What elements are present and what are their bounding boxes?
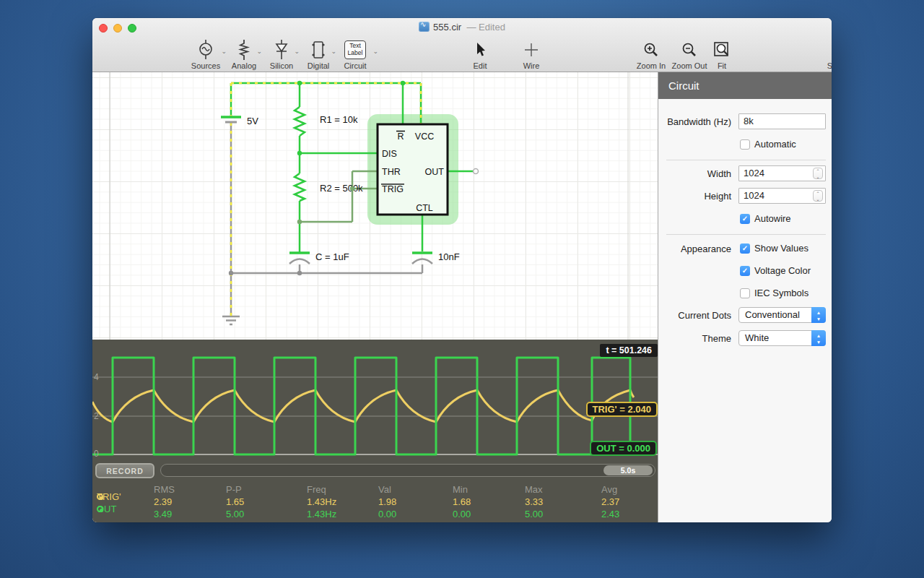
battery-label: 5V <box>247 116 258 126</box>
pin-thr-label: THR <box>382 167 401 177</box>
content-area: 5V R1 = 10k R2 = 500k <box>92 72 832 522</box>
battery-5v[interactable]: 5V <box>221 116 258 126</box>
chevron-down-icon: ⌄ <box>331 48 336 55</box>
capacitor-10nf[interactable]: 10nF <box>412 251 460 264</box>
y-tick-2: 2 <box>94 411 99 421</box>
toolbar-edit-button[interactable]: Edit <box>466 39 494 70</box>
c2-label: 10nF <box>438 251 460 262</box>
resistor-r1[interactable]: R1 = 10k <box>295 107 358 136</box>
theme-select[interactable]: White ▲▼ <box>738 330 826 346</box>
iec-symbols-checkbox-row[interactable]: IEC Symbols <box>740 288 808 298</box>
autowire-label: Autowire <box>754 213 791 224</box>
iec-symbols-label: IEC Symbols <box>754 288 808 298</box>
bandwidth-label: Bandwidth (Hz) <box>667 116 731 127</box>
pin-dis-label: DIS <box>382 149 397 159</box>
window-title: 555.cir — Edited <box>92 22 832 33</box>
edited-badge: Edited <box>479 22 505 33</box>
current-dots-label: Current Dots <box>678 310 731 321</box>
desktop: 555.cir — Edited ⌄ Sources <box>0 0 924 578</box>
ac-source-icon <box>189 39 222 61</box>
out-value-label: OUT = 0.000 <box>590 441 657 456</box>
voltage-color-checkbox-row[interactable]: ✓ Voltage Color <box>740 265 811 276</box>
select-arrows-icon: ▲▼ <box>811 330 826 346</box>
scope-plot[interactable]: 4 2 0 t = 501.246 TRIG' = 2.040 OUT = 0.… <box>92 340 658 462</box>
toolbar-circuit-button[interactable]: TextLabel ⌄ Circuit <box>338 39 372 70</box>
pin-reset-label: R <box>397 131 404 142</box>
divider <box>666 160 826 160</box>
automatic-label: Automatic <box>754 139 796 150</box>
trig-waveform <box>92 390 634 422</box>
width-stepper[interactable]: ⌃⌄ <box>813 168 823 179</box>
toolbar-analog-button[interactable]: ⌄ Analog <box>229 39 259 70</box>
trig-net-wires[interactable] <box>300 171 378 222</box>
app-window: 555.cir — Edited ⌄ Sources <box>92 18 832 522</box>
pause-icon <box>822 39 832 61</box>
out-waveform <box>92 358 634 454</box>
time-cursor-label: t = 501.246 <box>600 344 658 357</box>
show-values-checkbox[interactable]: ✓ <box>740 243 750 254</box>
current-dots-select[interactable]: Conventional ▲▼ <box>738 307 826 323</box>
voltage-color-label: Voltage Color <box>754 265 811 276</box>
resistor-icon <box>229 39 259 61</box>
time-window-pill[interactable]: 5.0s <box>603 465 653 475</box>
automatic-checkbox-row[interactable]: Automatic <box>740 139 796 150</box>
height-label: Height <box>704 191 731 202</box>
autowire-checkbox[interactable]: ✓ <box>740 214 750 224</box>
pin-ctl-label: CTL <box>416 203 433 213</box>
show-values-label: Show Values <box>754 243 808 254</box>
cursor-arrow-icon <box>466 39 494 61</box>
select-arrows-icon: ▲▼ <box>811 307 826 323</box>
scope-row-out: OUT 3.49 5.00 1.43Hz 0.00 0.00 5.00 2.43 <box>92 509 658 521</box>
chip-555[interactable]: R VCC DIS THR TRIG OUT CTL <box>378 124 448 215</box>
toolbar-simulator-button[interactable]: Simulator <box>822 39 832 70</box>
voltage-color-checkbox[interactable]: ✓ <box>740 266 750 276</box>
toolbar-zoom-out-button[interactable]: Zoom Out <box>669 39 710 70</box>
chevron-down-icon: ⌄ <box>256 48 262 55</box>
document-title: 555.cir <box>433 22 461 33</box>
height-input[interactable]: 1024 ⌃⌄ <box>738 188 826 204</box>
toolbar-sources-button[interactable]: ⌄ Sources <box>189 39 222 70</box>
toolbar-wire-button[interactable]: Wire <box>517 39 546 70</box>
capacitor-c[interactable]: C = 1uF <box>289 251 349 264</box>
titlebar[interactable]: 555.cir — Edited <box>92 18 832 38</box>
properties-sidebar: Circuit Bandwidth (Hz) 8k Automatic Widt… <box>658 72 832 522</box>
ground-symbol <box>222 316 240 324</box>
fit-icon <box>711 39 733 61</box>
circuit-canvas[interactable]: 5V R1 = 10k R2 = 500k <box>92 72 658 340</box>
diode-icon <box>266 39 297 61</box>
automatic-checkbox[interactable] <box>740 139 750 150</box>
scope-panel: 4 2 0 t = 501.246 TRIG' = 2.040 OUT = 0.… <box>92 340 658 522</box>
scope-table-header: RMS P-P Freq Val Min Max Avg <box>92 484 658 496</box>
timeline-slider[interactable]: 5.0s <box>160 464 655 477</box>
width-input[interactable]: 1024 ⌃⌄ <box>738 165 826 181</box>
c-label: C = 1uF <box>315 251 349 262</box>
zoom-out-icon <box>669 39 710 61</box>
chevron-down-icon: ⌄ <box>294 48 300 55</box>
divider <box>666 234 826 235</box>
r1-label: R1 = 10k <box>320 114 358 125</box>
height-stepper[interactable]: ⌃⌄ <box>813 190 823 202</box>
bandwidth-input[interactable]: 8k <box>738 113 826 129</box>
window-chrome: 555.cir — Edited ⌄ Sources <box>92 18 832 72</box>
scope-row-trig: TRIG' 2.39 1.65 1.43Hz 1.98 1.68 3.33 2.… <box>92 496 658 509</box>
out-terminal[interactable] <box>474 169 479 174</box>
show-values-checkbox-row[interactable]: ✓ Show Values <box>740 243 808 254</box>
toolbar-silicon-button[interactable]: ⌄ Silicon <box>266 39 297 70</box>
zoom-in-icon <box>633 39 669 61</box>
record-button[interactable]: RECORD <box>95 463 154 478</box>
autowire-checkbox-row[interactable]: ✓ Autowire <box>740 213 791 224</box>
theme-label: Theme <box>702 333 731 344</box>
document-icon <box>419 22 430 32</box>
toolbar: ⌄ Sources ⌄ Analog ⌄ <box>92 38 832 72</box>
plus-icon <box>517 39 546 61</box>
y-tick-0: 0 <box>94 449 99 459</box>
toolbar-digital-button[interactable]: ⌄ Digital <box>304 39 333 70</box>
trig-value-label: TRIG' = 2.040 <box>586 402 658 417</box>
width-label: Width <box>707 168 731 179</box>
sidebar-header: Circuit <box>658 72 832 99</box>
toolbar-zoom-in-button[interactable]: Zoom In <box>633 39 669 70</box>
toolbar-fit-button[interactable]: Fit <box>711 39 733 70</box>
pin-trig-label: TRIG <box>382 184 404 194</box>
text-label-icon: TextLabel <box>338 39 372 61</box>
iec-symbols-checkbox[interactable] <box>740 288 750 298</box>
